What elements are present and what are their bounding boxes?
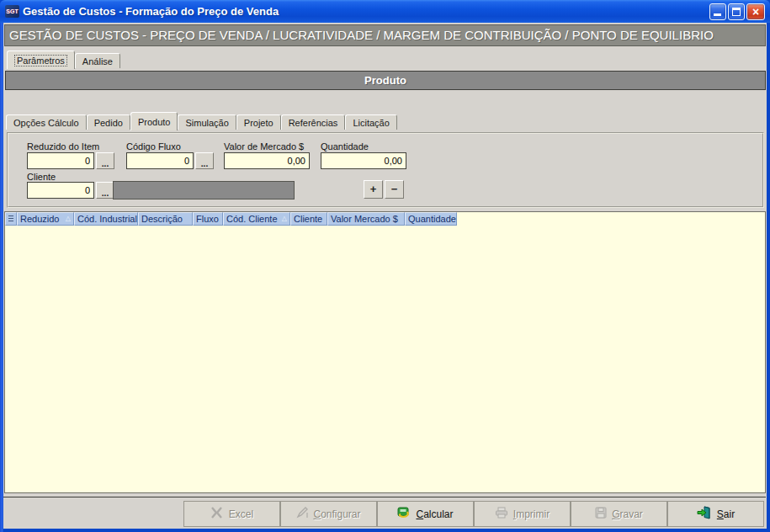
maximize-icon [732, 8, 741, 16]
window-title: Gestão de Custos - Formação do Preço de … [23, 5, 770, 18]
footer-toolbar: Excel Configurar Calcular Imprimir Grava… [3, 497, 766, 529]
excel-button[interactable]: Excel [183, 501, 280, 527]
product-form-group: Reduzido do Item ... Código Fluxo ... Va… [7, 132, 764, 208]
cliente-name-display [113, 181, 295, 200]
calculate-icon [397, 507, 411, 521]
grid-col-cod-industrial[interactable]: Cód. Industrial [74, 212, 138, 226]
cliente-input[interactable] [27, 182, 94, 199]
tab-parametros[interactable]: Parâmetros [7, 51, 75, 69]
tab-produto[interactable]: Produto [130, 112, 178, 130]
minimize-icon [714, 13, 721, 16]
grid-col-cliente[interactable]: Cliente [290, 212, 327, 226]
row-selector-icon [8, 215, 13, 223]
remove-item-button[interactable]: − [385, 180, 404, 199]
save-floppy-icon [595, 507, 607, 521]
cliente-browse-button[interactable]: ... [96, 182, 114, 199]
valor-mercado-label: Valor de Mercado $ [224, 141, 304, 152]
grid-col-reduzido[interactable]: Reduzido△ [17, 212, 74, 226]
tab-projeto[interactable]: Projeto [236, 114, 281, 130]
items-grid[interactable]: Reduzido△ Cód. Industrial Descrição Flux… [4, 211, 766, 493]
reduzido-browse-button[interactable]: ... [96, 152, 114, 169]
title-bar: SGT Gestão de Custos - Formação do Preço… [0, 0, 770, 23]
close-icon: × [752, 4, 759, 19]
printer-icon [495, 507, 508, 521]
maximize-button[interactable] [728, 3, 745, 20]
sort-ascending-icon: △ [62, 213, 71, 225]
sub-tab-bar: Opções CálculoPedidoProdutoSimulaçãoProj… [6, 112, 397, 131]
imprimir-button[interactable]: Imprimir [474, 501, 571, 527]
tab-opcoes-calculo[interactable]: Opções Cálculo [6, 114, 87, 130]
window-frame: SGT Gestão de Custos - Formação do Preço… [0, 0, 770, 532]
exit-door-icon [697, 506, 712, 522]
grid-col-valor-mercado[interactable]: Valor Mercado $ [327, 212, 405, 226]
quantidade-label: Quantidade [321, 141, 369, 152]
main-tab-bar: ParâmetrosAnálise [7, 51, 120, 70]
reduzido-label: Reduzido do Item [27, 141, 99, 152]
quantidade-input[interactable] [321, 152, 406, 169]
reduzido-input[interactable] [27, 152, 94, 169]
section-title-bar: Produto [5, 71, 766, 90]
grid-col-fluxo[interactable]: Fluxo [193, 212, 223, 226]
page-title: GESTÃO DE CUSTOS - PREÇO DE VENDA / LUCR… [4, 24, 766, 46]
sort-ascending-icon: △ [279, 213, 287, 225]
configure-icon [296, 507, 308, 521]
calcular-button[interactable]: Calcular [377, 501, 474, 527]
sair-button[interactable]: Sair [667, 501, 764, 527]
codigo-fluxo-label: Código Fluxo [126, 141, 181, 152]
grid-row-selector-header[interactable] [5, 212, 17, 226]
minimize-button[interactable] [709, 3, 726, 20]
app-icon: SGT [5, 5, 19, 18]
grid-col-cod-cliente[interactable]: Cód. Cliente△ [223, 212, 290, 226]
configurar-button[interactable]: Configurar [280, 501, 377, 527]
gravar-button[interactable]: Gravar [571, 501, 667, 527]
codigo-fluxo-browse-button[interactable]: ... [195, 152, 214, 169]
grid-col-quantidade[interactable]: Quantidade [405, 212, 457, 226]
tab-simulacao[interactable]: Simulação [178, 114, 236, 130]
excel-icon [210, 507, 224, 521]
tab-pedido[interactable]: Pedido [87, 114, 130, 130]
codigo-fluxo-input[interactable] [126, 152, 194, 169]
tab-licitacao[interactable]: Licitação [345, 114, 396, 130]
grid-col-descricao[interactable]: Descrição [138, 212, 193, 226]
grid-header-row: Reduzido△ Cód. Industrial Descrição Flux… [5, 212, 765, 226]
add-item-button[interactable]: + [364, 180, 383, 199]
valor-mercado-input[interactable] [224, 152, 310, 169]
cliente-label: Cliente [27, 172, 56, 182]
close-button[interactable]: × [746, 3, 765, 20]
window-client-area: GESTÃO DE CUSTOS - PREÇO DE VENDA / LUCR… [3, 23, 767, 529]
tab-analise[interactable]: Análise [75, 53, 120, 68]
tab-referencias[interactable]: Referências [281, 114, 346, 130]
